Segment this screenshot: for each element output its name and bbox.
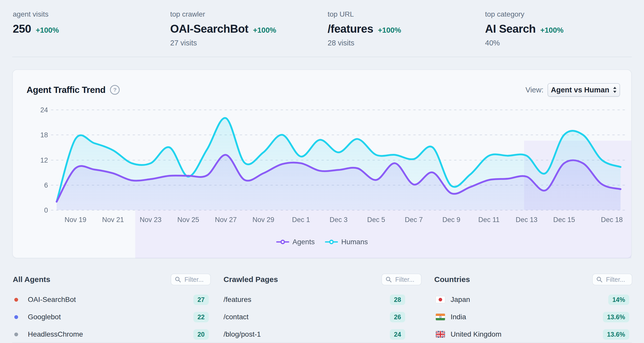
stat-value: 250 — [13, 22, 31, 35]
stat-label: top crawler — [170, 10, 328, 18]
india-flag-icon — [436, 314, 445, 320]
list-item-value-badge: 28 — [390, 295, 405, 305]
legend-line-icon — [276, 239, 289, 244]
list-title: Crawled Pages — [224, 275, 278, 284]
list-item-value-badge: 24 — [390, 329, 405, 340]
filter-input[interactable] — [592, 274, 632, 285]
list-column: Countries Japan 14% India 13.6% — [434, 274, 632, 343]
stat-delta-badge: +100% — [36, 26, 59, 34]
list-title: Countries — [434, 275, 470, 284]
list-item-value-badge: 27 — [193, 295, 209, 305]
stat-subtext: 40% — [485, 39, 632, 47]
list-item[interactable]: HeadlessChrome 20 — [13, 326, 211, 343]
list-item-name: /contact — [224, 313, 249, 321]
list-item[interactable]: Googlebot 22 — [13, 308, 211, 326]
japan-flag-icon — [436, 296, 445, 303]
lists-section: All Agents OAI-SearchBot 27 Googlebot 22 — [13, 274, 632, 343]
agent-color-dot-icon — [14, 298, 18, 302]
legend-item-humans[interactable]: Humans — [325, 238, 368, 246]
list-item[interactable]: India 13.6% — [434, 308, 632, 326]
traffic-trend-chart[interactable] — [13, 101, 631, 258]
list-column: All Agents OAI-SearchBot 27 Googlebot 22 — [13, 274, 211, 343]
divider — [12, 342, 632, 343]
list-item-value-badge: 13.6% — [603, 329, 629, 340]
stat-value: /features — [328, 22, 373, 35]
stat-card: top category AI Search +100% 40% — [485, 10, 632, 47]
list-item-name: /features — [224, 296, 251, 304]
view-select-label: View: — [526, 86, 543, 94]
stat-card: top crawler OAI-SearchBot +100% 27 visit… — [170, 10, 328, 47]
list-item-name: /blog/post-1 — [224, 330, 261, 338]
stat-subtext: 27 visits — [170, 39, 328, 47]
view-select-value: Agent vs Human — [551, 86, 609, 94]
chart-legend: Agents Humans — [13, 236, 631, 248]
stat-card: agent visits 250 +100% — [13, 10, 170, 47]
help-icon[interactable]: ? — [110, 85, 120, 95]
stat-label: agent visits — [13, 10, 170, 18]
chart-title: Agent Traffic Trend — [27, 85, 105, 95]
view-select[interactable]: Agent vs Human — [548, 83, 620, 97]
list-column: Crawled Pages /features 28 /contact 26 — [224, 274, 422, 343]
stat-label: top category — [485, 10, 632, 18]
filter-input[interactable] — [171, 274, 211, 285]
list-item-value-badge: 14% — [608, 295, 629, 305]
stat-value: AI Search — [485, 22, 536, 35]
stat-subtext — [13, 39, 170, 47]
list-item[interactable]: /blog/post-1 24 — [224, 326, 422, 343]
filter-input[interactable] — [381, 274, 422, 285]
divider — [12, 57, 632, 57]
list-item-name: OAI-SearchBot — [28, 296, 76, 304]
stat-delta-badge: +100% — [540, 26, 563, 34]
stat-card: top URL /features +100% 28 visits — [328, 10, 485, 47]
list-item[interactable]: United Kingdom 13.6% — [434, 326, 632, 343]
list-item-value-badge: 26 — [390, 312, 405, 322]
stat-delta-badge: +100% — [378, 26, 401, 34]
agent-color-dot-icon — [14, 333, 18, 336]
list-title: All Agents — [13, 275, 50, 284]
stat-delta-badge: +100% — [253, 26, 276, 34]
list-item-name: India — [451, 313, 466, 321]
agent-color-dot-icon — [14, 315, 18, 319]
select-arrows-icon — [613, 87, 617, 93]
list-item-name: United Kingdom — [451, 330, 501, 338]
legend-item-agents[interactable]: Agents — [276, 238, 315, 246]
list-item-value-badge: 13.6% — [603, 312, 629, 322]
agent-traffic-trend-card: Agent Traffic Trend ? View: Agent vs Hum… — [12, 69, 632, 258]
list-item[interactable]: /features 28 — [224, 291, 422, 308]
list-item[interactable]: /contact 26 — [224, 308, 422, 326]
stat-label: top URL — [328, 10, 485, 18]
stat-value: OAI-SearchBot — [170, 22, 248, 35]
stats-row: agent visits 250 +100% top crawler OAI-S… — [13, 10, 632, 47]
list-item-name: Japan — [451, 296, 470, 304]
legend-label: Agents — [292, 238, 315, 246]
stat-subtext: 28 visits — [328, 39, 485, 47]
uk-flag-icon — [436, 331, 445, 338]
list-item-name: Googlebot — [28, 313, 61, 321]
list-item-value-badge: 22 — [193, 312, 209, 322]
list-item-name: HeadlessChrome — [28, 330, 83, 338]
list-item-value-badge: 20 — [193, 329, 209, 340]
legend-line-icon — [325, 239, 338, 244]
list-item[interactable]: Japan 14% — [434, 291, 632, 308]
legend-label: Humans — [341, 238, 368, 246]
list-item[interactable]: OAI-SearchBot 27 — [13, 291, 211, 308]
